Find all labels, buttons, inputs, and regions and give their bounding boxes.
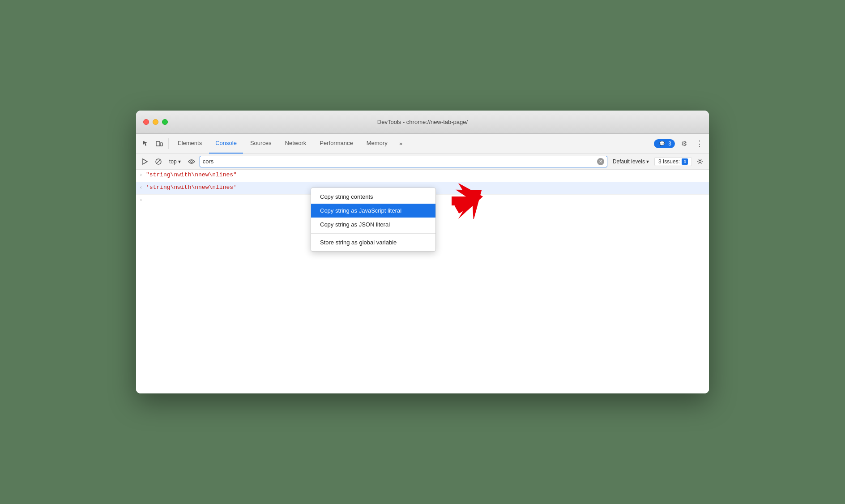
menu-separator [311, 233, 435, 234]
issues-icon: 3 [682, 158, 688, 165]
devtools-window: DevTools - chrome://new-tab-page/ Elem [136, 111, 709, 393]
main-toolbar: Elements Console Sources Network Perform… [136, 134, 709, 154]
traffic-lights [143, 119, 168, 125]
line-arrow-1: › [140, 173, 142, 178]
svg-rect-1 [160, 143, 162, 146]
console-content: › "string\nwith\nnew\nlines" ‹ 'string\n… [136, 170, 709, 393]
issues-counter[interactable]: 3 Issues: 3 [654, 157, 692, 166]
console-line-1: › "string\nwith\nnew\nlines" [136, 170, 709, 182]
context-menu: Copy string contents Copy string as Java… [311, 188, 436, 252]
window-title: DevTools - chrome://new-tab-page/ [377, 119, 468, 125]
settings-button[interactable]: ⚙ [678, 137, 690, 150]
console-toolbar: top ▾ ✕ Default levels ▾ [136, 154, 709, 170]
console-settings-button[interactable] [695, 156, 705, 167]
filter-input[interactable] [203, 158, 595, 165]
tab-console[interactable]: Console [209, 134, 243, 154]
svg-line-4 [157, 160, 160, 163]
tab-elements[interactable]: Elements [171, 134, 208, 154]
inspect-icon[interactable] [140, 137, 152, 150]
clear-filter-button[interactable]: ✕ [597, 158, 604, 165]
run-icon[interactable] [140, 156, 150, 167]
clear-messages-icon[interactable] [153, 156, 164, 167]
live-expressions-icon[interactable] [186, 156, 197, 167]
issues-badge[interactable]: 💬 3 [654, 139, 675, 148]
titlebar: DevTools - chrome://new-tab-page/ [136, 111, 709, 134]
tab-memory[interactable]: Memory [360, 134, 394, 154]
tab-sources[interactable]: Sources [244, 134, 278, 154]
toolbar-right: 💬 3 ⚙ ⋮ [654, 137, 705, 150]
context-selector[interactable]: top ▾ [166, 158, 184, 166]
menu-item-copy-js-literal[interactable]: Copy string as JavaScript literal [311, 204, 435, 218]
menu-item-copy-json-literal[interactable]: Copy string as JSON literal [311, 218, 435, 231]
svg-point-5 [191, 161, 192, 162]
more-options-button[interactable]: ⋮ [693, 137, 705, 150]
device-icon[interactable] [153, 137, 166, 150]
toolbar-divider-1 [168, 138, 169, 149]
line-arrow-3: › [140, 198, 142, 203]
minimize-button[interactable] [153, 119, 158, 125]
devtools-body: Elements Console Sources Network Perform… [136, 134, 709, 393]
console-output-2: 'string\nwith\nnew\nlines' [146, 184, 237, 191]
log-levels-dropdown[interactable]: Default levels ▾ [610, 158, 652, 166]
console-output-1: "string\nwith\nnew\nlines" [146, 171, 237, 178]
line-arrow-2: ‹ [140, 185, 142, 190]
close-button[interactable] [143, 119, 149, 125]
filter-input-container: ✕ [200, 156, 607, 167]
maximize-button[interactable] [162, 119, 168, 125]
tab-network[interactable]: Network [279, 134, 313, 154]
svg-rect-0 [156, 141, 160, 146]
menu-item-copy-contents[interactable]: Copy string contents [311, 190, 435, 204]
issues-chat-icon: 💬 [657, 140, 666, 147]
tab-performance[interactable]: Performance [313, 134, 359, 154]
svg-marker-2 [143, 159, 147, 164]
more-tabs-button[interactable]: » [395, 137, 407, 150]
svg-point-6 [699, 160, 701, 162]
menu-item-store-global[interactable]: Store string as global variable [311, 235, 435, 249]
arrow-indicator [449, 183, 485, 221]
